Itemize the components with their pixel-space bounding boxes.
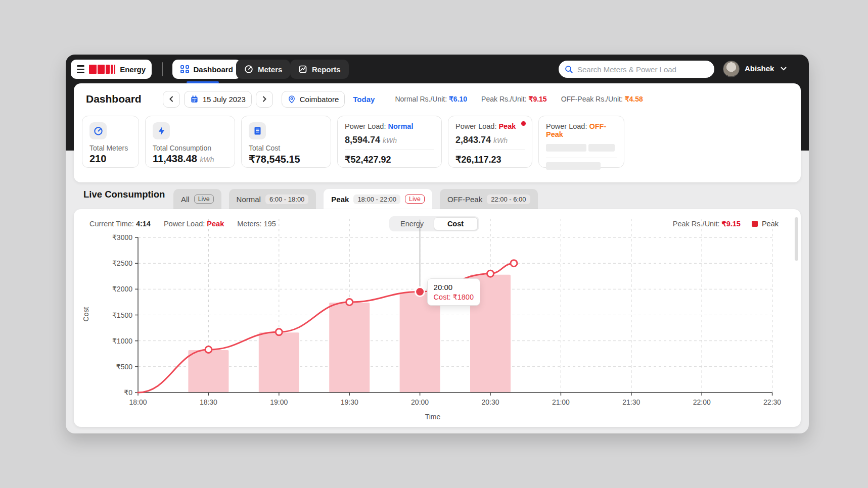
chevron-left-icon [169, 96, 174, 102]
tab-normal[interactable]: Normal 6:00 - 18:00 [229, 189, 316, 209]
card-total-meters: Total Meters 210 [82, 116, 139, 168]
search-icon [565, 65, 573, 74]
date-prev-button[interactable] [163, 91, 180, 108]
gauge-icon [94, 126, 103, 136]
page-title: Dashboard [86, 93, 142, 105]
brand-name: Energy [120, 65, 146, 74]
date-value: 15 July 2023 [203, 95, 246, 104]
card-power-load-normal: Power Load: Normal 8,594.74 kWh ₹52,427.… [337, 116, 442, 168]
dashboard-grid-icon [180, 65, 189, 74]
y-tick-label: ₹2000 [112, 285, 132, 293]
tab-meters[interactable]: Meters [236, 60, 290, 79]
brand-pill: Energy [71, 60, 152, 79]
user-name: Abishek [745, 64, 774, 73]
reports-chart-icon [298, 65, 307, 74]
x-tick-label: 20:30 [481, 398, 499, 406]
tab-dashboard-label: Dashboard [194, 65, 233, 74]
chart-point-active-20:00[interactable] [416, 287, 425, 296]
x-tick-label: 22:30 [763, 398, 781, 406]
scrollbar[interactable] [795, 217, 798, 261]
chart-point-18:30[interactable] [205, 347, 212, 353]
x-tick-label: 18:30 [200, 398, 217, 406]
x-tick-label: 18:00 [129, 398, 147, 406]
rate-normal: Normal Rs./Unit: ₹6.10 [395, 95, 467, 103]
location-pin-icon [288, 95, 296, 104]
card-total-consumption: Total Consumption 11,438.48 kWh [145, 116, 235, 168]
tab-reports-label: Reports [312, 65, 341, 74]
summary-panel: Dashboard 15 July 2023 [74, 83, 801, 182]
date-next-button[interactable] [256, 91, 273, 108]
tooltip-value: Cost: ₹1800 [434, 293, 474, 301]
y-tick-label: ₹3000 [112, 233, 132, 241]
search-input[interactable] [577, 65, 708, 74]
x-tick-label: 21:00 [552, 398, 570, 406]
tab-meters-label: Meters [258, 65, 282, 74]
chart-bar-18:30[interactable] [188, 350, 229, 393]
tab-offpeak[interactable]: OFF-Peak 22:00 - 6:00 [440, 189, 538, 209]
live-badge: Live [194, 194, 214, 204]
chevron-right-icon [262, 96, 267, 102]
x-tick-label: 19:30 [341, 398, 358, 406]
chart-bar-19:00[interactable] [259, 332, 299, 393]
chart-bar-20:00[interactable] [400, 292, 440, 393]
time-badge: 18:00 - 22:00 [353, 194, 400, 204]
chart-point-20:30[interactable] [487, 270, 494, 277]
chart-bar-19:30[interactable] [329, 303, 370, 393]
time-badge: 22:00 - 6:00 [487, 194, 530, 204]
hamburger-menu-icon[interactable] [77, 65, 84, 73]
chart-point-20:40[interactable] [511, 260, 517, 267]
card-total-cost: Total Cost ₹78,545.15 [241, 116, 331, 168]
card-power-load-peak: Power Load: Peak 2,843.74 kWh ₹26,117.23 [448, 116, 532, 168]
dashboard-header-row: Dashboard 15 July 2023 [86, 90, 791, 108]
chart-tooltip: 20:00 Cost: ₹1800 [427, 278, 480, 306]
meters-gauge-icon [244, 65, 253, 74]
x-tick-label: 19:00 [270, 398, 288, 406]
tab-peak[interactable]: Peak 18:00 - 22:00 Live [324, 189, 432, 209]
tooltip-time: 20:00 [434, 283, 474, 291]
rate-peak: Peak Rs./Unit: ₹9.15 [481, 95, 547, 103]
live-badge-red: Live [405, 194, 425, 204]
tab-reports[interactable]: Reports [290, 60, 349, 79]
today-link[interactable]: Today [353, 95, 375, 104]
rate-offpeak: OFF-Peak Rs./Unit: ₹4.58 [561, 95, 643, 103]
chart-point-19:30[interactable] [346, 299, 353, 305]
rates-row: Normal Rs./Unit: ₹6.10 Peak Rs./Unit: ₹9… [395, 95, 643, 103]
skeleton-bar [546, 162, 601, 170]
chart-canvas: ₹0₹500₹1000₹1500₹2000₹2500₹300018:0018:3… [74, 217, 801, 427]
card-power-load-offpeak: Power Load: OFF-Peak [538, 116, 624, 168]
x-tick-label: 21:30 [622, 398, 640, 406]
chart-panel: Current Time: 4:14 Power Load: Peak Mete… [74, 209, 801, 427]
live-indicator-dot [521, 121, 526, 126]
tab-dashboard[interactable]: Dashboard [172, 60, 241, 79]
calendar-icon [190, 95, 199, 104]
time-badge: 6:00 - 18:00 [265, 194, 308, 204]
navbar: Energy Dashboard Meters Reports [66, 55, 809, 84]
location-value: Coimbatore [300, 95, 339, 104]
user-avatar[interactable] [723, 61, 740, 77]
search-box [559, 61, 714, 78]
y-tick-label: ₹1000 [112, 337, 132, 345]
app-window: Energy Dashboard Meters Reports [66, 55, 809, 433]
location-button[interactable]: Coimbatore [282, 91, 345, 108]
energy-logo-icon [89, 65, 115, 74]
nav-divider [162, 62, 163, 76]
y-tick-label: ₹1500 [112, 311, 132, 319]
receipt-icon [253, 126, 262, 135]
x-axis-title: Time [425, 413, 441, 421]
chevron-down-icon[interactable] [781, 67, 787, 71]
tab-all[interactable]: All Live [173, 189, 221, 209]
chart-point-19:00[interactable] [276, 329, 282, 335]
y-tick-label: ₹500 [116, 363, 132, 371]
live-tabs: All Live Normal 6:00 - 18:00 Peak 18:00 … [173, 189, 538, 209]
date-picker-button[interactable]: 15 July 2023 [184, 91, 252, 108]
skeleton-row [546, 144, 617, 154]
y-tick-label: ₹0 [124, 388, 132, 397]
live-consumption-title: Live Consumption [83, 189, 165, 200]
x-tick-label: 22:00 [693, 398, 711, 406]
x-tick-label: 20:00 [411, 398, 429, 406]
y-tick-label: ₹2500 [112, 259, 132, 267]
bolt-icon [157, 126, 166, 136]
stat-cards-row: Total Meters 210 Total Consumption 11,43… [82, 116, 624, 168]
